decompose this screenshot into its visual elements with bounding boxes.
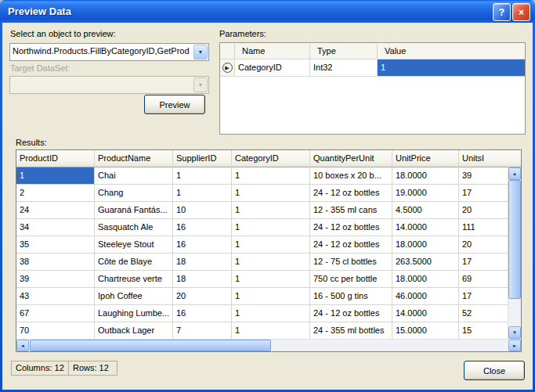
table-cell[interactable]: 20 <box>173 288 232 305</box>
table-cell[interactable]: 1 <box>232 236 310 254</box>
table-cell[interactable]: 1 <box>173 185 232 202</box>
table-cell[interactable]: 43 <box>16 288 95 305</box>
column-header-supplierid[interactable]: SupplierID <box>173 150 232 167</box>
parameters-row[interactable]: ▶ CategoryID Int32 1 <box>220 59 525 77</box>
column-header-productid[interactable]: ProductID <box>16 150 95 167</box>
table-cell[interactable]: Steeleye Stout <box>95 236 173 254</box>
table-cell[interactable]: 52 <box>459 305 508 322</box>
table-cell[interactable]: 1 <box>232 185 310 202</box>
table-cell[interactable]: 38 <box>16 254 95 271</box>
table-cell[interactable]: 24 - 12 oz bottles <box>310 305 392 322</box>
scroll-left-button[interactable]: ◄ <box>16 340 29 351</box>
table-cell[interactable]: 24 - 355 ml bottles <box>310 322 392 339</box>
table-cell[interactable]: 4.5000 <box>392 202 459 219</box>
table-cell[interactable]: 18.0000 <box>392 271 459 288</box>
table-cell[interactable]: 16 <box>173 219 232 236</box>
table-cell[interactable]: Sasquatch Ale <box>95 219 173 236</box>
table-cell[interactable]: 17 <box>459 288 508 305</box>
table-cell[interactable]: 67 <box>16 305 95 322</box>
table-cell[interactable]: 69 <box>459 271 508 288</box>
table-cell[interactable]: 1 <box>232 254 310 271</box>
table-cell[interactable]: 14.0000 <box>392 219 459 236</box>
row-selector-cell[interactable]: ▶ <box>220 59 235 76</box>
table-cell[interactable]: 1 <box>232 271 310 288</box>
parameter-type-cell[interactable]: Int32 <box>310 59 378 76</box>
table-cell[interactable]: 24 - 12 oz bottles <box>310 185 392 202</box>
table-cell[interactable]: 20 <box>459 236 508 254</box>
table-cell[interactable]: 1 <box>232 288 310 305</box>
table-cell[interactable]: 750 cc per bottle <box>310 271 392 288</box>
table-cell[interactable]: Laughing Lumbe... <box>95 305 173 322</box>
table-cell[interactable]: 1 <box>232 322 310 339</box>
table-cell[interactable]: 1 <box>232 167 310 185</box>
table-cell[interactable]: Côte de Blaye <box>95 254 173 271</box>
table-cell[interactable]: 1 <box>232 305 310 322</box>
parameter-name-cell[interactable]: CategoryID <box>235 59 310 76</box>
table-cell[interactable]: 18.0000 <box>392 236 459 254</box>
horizontal-scrollbar-thumb[interactable] <box>30 340 271 351</box>
table-cell[interactable]: 263.5000 <box>392 254 459 271</box>
table-cell[interactable]: 1 <box>16 167 95 185</box>
table-cell[interactable]: 10 <box>173 202 232 219</box>
table-cell[interactable]: Chartreuse verte <box>95 271 173 288</box>
table-cell[interactable]: 12 - 75 cl bottles <box>310 254 392 271</box>
scroll-up-button[interactable]: ▲ <box>508 167 521 180</box>
table-cell[interactable]: 12 - 355 ml cans <box>310 202 392 219</box>
table-cell[interactable]: 7 <box>173 322 232 339</box>
table-cell[interactable]: 17 <box>459 185 508 202</box>
table-cell[interactable]: 16 - 500 g tins <box>310 288 392 305</box>
table-cell[interactable]: 18.0000 <box>392 167 459 185</box>
table-cell[interactable]: Chang <box>95 185 173 202</box>
table-cell[interactable]: Guaraná Fantás... <box>95 202 173 219</box>
help-button[interactable]: ? <box>493 3 511 21</box>
parameter-value-cell[interactable]: 1 <box>378 59 525 76</box>
scroll-down-button[interactable]: ▼ <box>508 326 521 339</box>
table-cell[interactable]: 70 <box>16 322 95 339</box>
table-cell[interactable]: 39 <box>16 271 95 288</box>
object-select-dropdown-button[interactable]: ▼ <box>193 45 208 59</box>
table-cell[interactable]: 16 <box>173 236 232 254</box>
object-select-combobox[interactable]: Northwind.Products.FillByCategoryID,GetP… <box>9 43 209 61</box>
table-cell[interactable]: 1 <box>232 202 310 219</box>
column-header-unitsinstock[interactable]: UnitsI <box>459 150 521 167</box>
table-cell[interactable]: 24 - 12 oz bottles <box>310 236 392 254</box>
table-cell[interactable]: Chai <box>95 167 173 185</box>
table-cell[interactable]: 34 <box>16 219 95 236</box>
table-cell[interactable]: 19.0000 <box>392 185 459 202</box>
table-cell[interactable]: 18 <box>173 271 232 288</box>
table-cell[interactable]: 14.0000 <box>392 305 459 322</box>
table-cell[interactable]: 24 - 12 oz bottles <box>310 219 392 236</box>
column-header-quantityperunit[interactable]: QuantityPerUnit <box>310 150 392 167</box>
parameters-column-header-type[interactable]: Type <box>310 43 378 59</box>
horizontal-scrollbar[interactable]: ◄ ► <box>16 339 521 351</box>
table-cell[interactable]: 10 boxes x 20 b... <box>310 167 392 185</box>
table-cell[interactable]: 18 <box>173 254 232 271</box>
close-button[interactable]: Close <box>464 361 525 380</box>
vertical-scrollbar[interactable]: ▲ ▼ <box>508 167 521 339</box>
table-cell[interactable]: 15 <box>459 322 508 339</box>
table-cell[interactable]: 46.0000 <box>392 288 459 305</box>
table-cell[interactable]: 1 <box>173 167 232 185</box>
titlebar[interactable]: Preview Data ? × <box>0 0 535 23</box>
table-cell[interactable]: 2 <box>16 185 95 202</box>
vertical-scrollbar-thumb[interactable] <box>508 180 521 299</box>
table-cell[interactable]: 16 <box>173 305 232 322</box>
table-cell[interactable]: 17 <box>459 254 508 271</box>
parameters-column-header-name[interactable]: Name <box>235 43 310 59</box>
table-cell[interactable]: 35 <box>16 236 95 254</box>
column-header-productname[interactable]: ProductName <box>95 150 173 167</box>
preview-button[interactable]: Preview <box>144 95 205 114</box>
column-header-categoryid[interactable]: CategoryID <box>232 150 310 167</box>
table-cell[interactable]: 15.0000 <box>392 322 459 339</box>
column-header-unitprice[interactable]: UnitPrice <box>392 150 459 167</box>
table-cell[interactable]: Outback Lager <box>95 322 173 339</box>
table-cell[interactable]: 1 <box>232 219 310 236</box>
parameters-column-header-value[interactable]: Value <box>378 43 525 59</box>
table-cell[interactable]: 39 <box>459 167 508 185</box>
table-cell[interactable]: 20 <box>459 202 508 219</box>
table-cell[interactable]: 111 <box>459 219 508 236</box>
window-close-button[interactable]: × <box>512 3 530 21</box>
table-cell[interactable]: Ipoh Coffee <box>95 288 173 305</box>
table-cell[interactable]: 24 <box>16 202 95 219</box>
scroll-right-button[interactable]: ► <box>508 340 521 351</box>
